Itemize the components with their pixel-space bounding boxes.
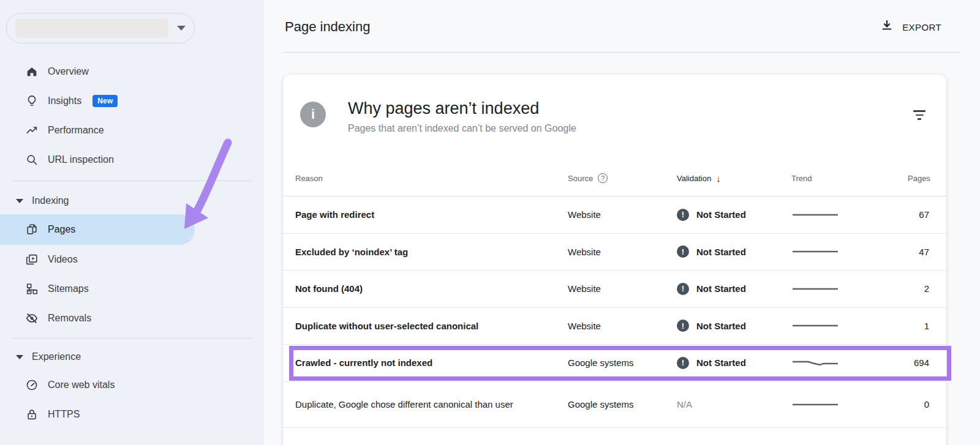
sidebar-item-label: Videos [48, 254, 78, 265]
row-pages: 2 [908, 283, 929, 294]
row-trend-sparkline [791, 321, 908, 331]
card-header: i Why pages aren’t indexed Pages that ar… [300, 99, 576, 134]
export-label: EXPORT [902, 22, 941, 32]
help-icon[interactable]: ? [598, 173, 608, 183]
lock-icon [24, 407, 39, 422]
column-header-label: Validation [677, 174, 711, 183]
sidebar-divider [12, 181, 251, 181]
sitemaps-icon [24, 282, 39, 296]
indexing-issues-table: Reason Source ? Validation ↓ Trend Pages… [283, 160, 946, 428]
validation-label: Not Started [696, 357, 746, 368]
table-row[interactable]: Crawled - currently not indexed Google s… [283, 345, 946, 382]
sidebar-item-removals[interactable]: Removals [0, 304, 263, 333]
row-reason: Page with redirect [295, 209, 568, 220]
row-validation: ! Not Started [677, 357, 791, 369]
chevron-down-icon [16, 355, 23, 359]
column-header-pages: Pages [908, 174, 930, 183]
home-icon [24, 64, 39, 79]
search-console-app: Overview Insights New Performance UR [0, 0, 980, 445]
page-title: Page indexing [285, 19, 370, 35]
table-row[interactable]: Duplicate, Google chose different canoni… [283, 382, 946, 428]
sidebar-item-label: Core web vitals [48, 380, 115, 391]
row-trend-sparkline [791, 210, 908, 220]
validation-status-icon: ! [677, 209, 689, 221]
row-trend-sparkline [791, 400, 908, 409]
validation-status-icon: ! [677, 245, 689, 258]
column-header-label: Source [568, 174, 593, 183]
table-row[interactable]: Page with redirect Website ! Not Started… [283, 196, 946, 234]
sidebar-item-overview[interactable]: Overview [0, 57, 263, 86]
row-pages: 1 [908, 321, 929, 331]
validation-label: N/A [677, 399, 692, 409]
sidebar-section-experience[interactable]: Experience [0, 343, 263, 370]
row-validation: ! Not Started [677, 209, 791, 221]
row-source: Website [568, 321, 677, 331]
export-button[interactable]: EXPORT [880, 19, 941, 35]
card-subtitle: Pages that aren’t indexed can’t be serve… [348, 123, 576, 134]
sidebar-item-insights[interactable]: Insights New [0, 86, 263, 116]
row-source: Website [568, 247, 677, 257]
table-row[interactable]: Excluded by ‘noindex’ tag Website ! Not … [283, 234, 946, 271]
sidebar-item-sitemaps[interactable]: Sitemaps [0, 274, 263, 304]
sidebar: Overview Insights New Performance UR [0, 0, 263, 445]
sidebar-item-performance[interactable]: Performance [0, 116, 263, 145]
row-reason: Crawled - currently not indexed [295, 357, 568, 368]
info-icon: i [300, 102, 326, 127]
row-reason: Duplicate without user-selected canonica… [295, 321, 568, 331]
validation-label: Not Started [696, 247, 746, 257]
chevron-down-icon [16, 199, 23, 203]
download-icon [880, 19, 894, 35]
row-trend-sparkline [791, 284, 908, 294]
videos-icon [24, 252, 39, 267]
sort-arrow-icon: ↓ [716, 173, 721, 184]
row-validation: ! Not Started [677, 245, 791, 258]
section-label: Indexing [32, 195, 69, 206]
sidebar-divider [12, 338, 251, 338]
column-header-source: Source ? [568, 173, 677, 183]
sidebar-section-indexing[interactable]: Indexing [0, 187, 263, 214]
table-row[interactable]: Duplicate without user-selected canonica… [283, 308, 946, 345]
column-header-trend: Trend [791, 174, 908, 183]
sidebar-item-pages[interactable]: Pages [0, 214, 195, 245]
filter-icon[interactable] [912, 108, 927, 122]
validation-status-icon: ! [677, 283, 689, 295]
section-label: Experience [32, 351, 81, 362]
new-badge: New [92, 95, 118, 107]
row-pages: 694 [908, 357, 929, 368]
row-validation: ! Not Started [677, 320, 791, 332]
validation-label: Not Started [696, 321, 746, 331]
row-trend-sparkline [791, 247, 908, 256]
row-reason: Not found (404) [295, 283, 568, 294]
sidebar-item-core-web-vitals[interactable]: Core web vitals [0, 370, 263, 400]
sidebar-item-label: Removals [48, 313, 91, 324]
row-source: Google systems [568, 399, 677, 409]
table-row[interactable]: Not found (404) Website ! Not Started 2 [283, 271, 946, 308]
visibility-off-icon [24, 311, 39, 326]
sidebar-nav: Overview Insights New Performance UR [0, 57, 263, 429]
row-source: Website [568, 283, 677, 294]
validation-status-icon: ! [677, 320, 689, 332]
column-header-validation[interactable]: Validation ↓ [677, 173, 791, 184]
row-validation: ! Not Started [677, 283, 791, 295]
why-pages-not-indexed-card: i Why pages aren’t indexed Pages that ar… [283, 75, 946, 445]
row-pages: 0 [908, 399, 929, 409]
property-selector[interactable] [6, 13, 195, 43]
dropdown-caret-icon [177, 26, 186, 31]
row-validation: ! N/A [677, 399, 791, 409]
sidebar-item-url-inspection[interactable]: URL inspection [0, 145, 263, 174]
sidebar-item-label: URL inspection [48, 154, 114, 165]
row-pages: 67 [908, 209, 929, 220]
sidebar-item-label: Pages [48, 224, 75, 235]
sidebar-item-https[interactable]: HTTPS [0, 400, 263, 429]
table-body: Page with redirect Website ! Not Started… [283, 196, 946, 428]
sidebar-item-label: Overview [48, 66, 89, 77]
table-header-row: Reason Source ? Validation ↓ Trend Pages [283, 160, 946, 196]
validation-status-icon: ! [677, 357, 689, 369]
validation-label: Not Started [696, 283, 746, 294]
search-icon [24, 152, 39, 167]
sidebar-item-videos[interactable]: Videos [0, 245, 263, 274]
sparkline [793, 362, 838, 365]
row-source: Google systems [568, 357, 677, 368]
header-divider [283, 52, 960, 53]
row-source: Website [568, 209, 677, 220]
